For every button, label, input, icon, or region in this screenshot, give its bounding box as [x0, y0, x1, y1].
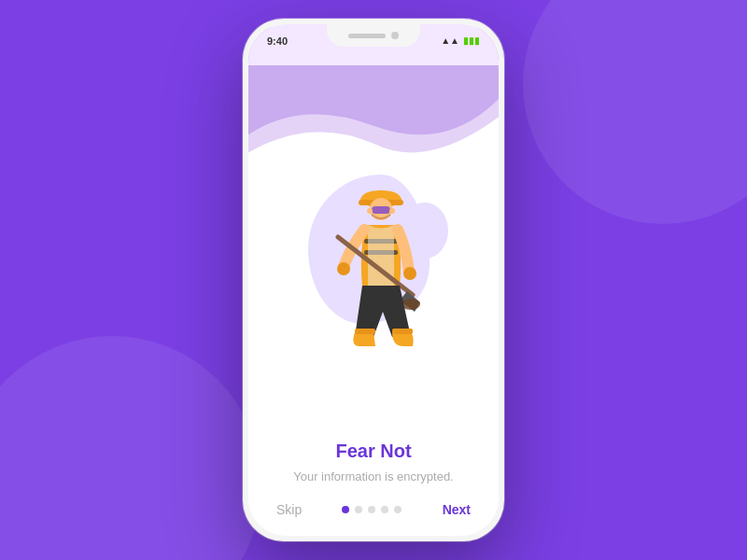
illustration-area [248, 93, 499, 441]
page-title: Fear Not [267, 441, 480, 462]
worker-illustration [299, 174, 448, 360]
svg-point-13 [403, 267, 416, 280]
dot-3 [368, 506, 375, 513]
dot-2 [355, 506, 362, 513]
svg-rect-10 [355, 329, 375, 334]
skip-button[interactable]: Skip [276, 502, 302, 517]
notch-speaker [348, 34, 386, 38]
bg-blob-bottom-left [0, 336, 261, 560]
dot-4 [381, 506, 388, 513]
status-icons: ▲▲ ▮▮▮ [441, 35, 480, 46]
bottom-navigation: Skip Next [267, 502, 480, 517]
bottom-content: Fear Not Your information is encrypted. … [248, 441, 499, 536]
notch-camera [391, 32, 399, 39]
status-time: 9:40 [267, 35, 288, 47]
svg-point-4 [367, 208, 373, 214]
phone-screen: 9:40 ▲▲ ▮▮▮ [248, 24, 499, 536]
svg-rect-3 [372, 206, 390, 214]
svg-point-5 [389, 208, 395, 214]
phone-notch [327, 24, 420, 47]
battery-icon: ▮▮▮ [463, 35, 480, 46]
pagination-dots [342, 506, 402, 513]
wifi-icon: ▲▲ [441, 35, 459, 46]
svg-rect-11 [392, 329, 413, 334]
dot-5 [394, 506, 402, 513]
next-button[interactable]: Next [443, 502, 471, 517]
bg-blob-top-right [523, 0, 747, 224]
page-subtitle: Your information is encrypted. [267, 469, 480, 483]
phone-frame: 9:40 ▲▲ ▮▮▮ [243, 19, 504, 541]
dot-1 [342, 506, 349, 513]
svg-point-12 [337, 262, 350, 275]
